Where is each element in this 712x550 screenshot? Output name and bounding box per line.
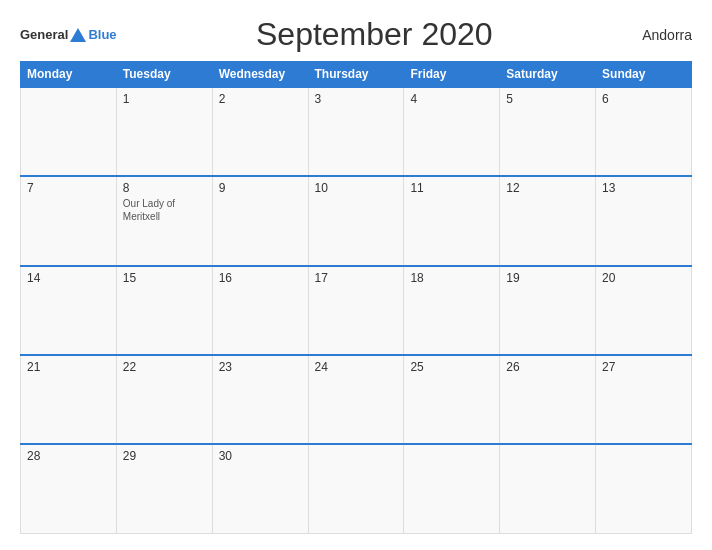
table-row: 20 — [596, 266, 692, 355]
day-number: 18 — [410, 271, 493, 285]
table-row: 13 — [596, 176, 692, 265]
day-number: 13 — [602, 181, 685, 195]
day-number: 16 — [219, 271, 302, 285]
table-row: 17 — [308, 266, 404, 355]
table-row: 26 — [500, 355, 596, 444]
table-row: 15 — [116, 266, 212, 355]
table-row: 16 — [212, 266, 308, 355]
day-number: 19 — [506, 271, 589, 285]
day-number: 10 — [315, 181, 398, 195]
calendar-title: September 2020 — [117, 16, 632, 53]
table-row: 27 — [596, 355, 692, 444]
col-monday: Monday — [21, 62, 117, 88]
day-number: 5 — [506, 92, 589, 106]
day-number: 9 — [219, 181, 302, 195]
table-row: 18 — [404, 266, 500, 355]
table-row: 10 — [308, 176, 404, 265]
table-row — [500, 444, 596, 533]
table-row: 2 — [212, 87, 308, 176]
table-row: 23 — [212, 355, 308, 444]
day-number: 7 — [27, 181, 110, 195]
col-saturday: Saturday — [500, 62, 596, 88]
table-row: 7 — [21, 176, 117, 265]
calendar-table: Monday Tuesday Wednesday Thursday Friday… — [20, 61, 692, 534]
table-row: 19 — [500, 266, 596, 355]
col-sunday: Sunday — [596, 62, 692, 88]
day-number: 22 — [123, 360, 206, 374]
day-event: Our Lady of Meritxell — [123, 197, 206, 223]
calendar-week-row: 14151617181920 — [21, 266, 692, 355]
table-row — [596, 444, 692, 533]
col-thursday: Thursday — [308, 62, 404, 88]
table-row: 29 — [116, 444, 212, 533]
day-number: 8 — [123, 181, 206, 195]
day-number: 11 — [410, 181, 493, 195]
logo: General Blue — [20, 27, 117, 42]
calendar-header-row: Monday Tuesday Wednesday Thursday Friday… — [21, 62, 692, 88]
table-row: 28 — [21, 444, 117, 533]
day-number: 29 — [123, 449, 206, 463]
day-number: 3 — [315, 92, 398, 106]
table-row: 30 — [212, 444, 308, 533]
table-row: 4 — [404, 87, 500, 176]
day-number: 27 — [602, 360, 685, 374]
table-row: 14 — [21, 266, 117, 355]
calendar-header: General Blue September 2020 Andorra — [20, 16, 692, 53]
day-number: 2 — [219, 92, 302, 106]
logo-triangle-icon — [70, 28, 86, 42]
table-row: 6 — [596, 87, 692, 176]
day-number: 12 — [506, 181, 589, 195]
table-row: 21 — [21, 355, 117, 444]
day-number: 24 — [315, 360, 398, 374]
day-number: 21 — [27, 360, 110, 374]
table-row: 5 — [500, 87, 596, 176]
logo-blue-text: Blue — [88, 27, 116, 42]
day-number: 6 — [602, 92, 685, 106]
day-number: 14 — [27, 271, 110, 285]
calendar-body: 12345678Our Lady of Meritxell91011121314… — [21, 87, 692, 534]
table-row: 11 — [404, 176, 500, 265]
table-row: 24 — [308, 355, 404, 444]
col-friday: Friday — [404, 62, 500, 88]
day-number: 1 — [123, 92, 206, 106]
table-row: 9 — [212, 176, 308, 265]
table-row: 1 — [116, 87, 212, 176]
day-number: 25 — [410, 360, 493, 374]
calendar-week-row: 123456 — [21, 87, 692, 176]
table-row — [308, 444, 404, 533]
col-tuesday: Tuesday — [116, 62, 212, 88]
day-number: 30 — [219, 449, 302, 463]
day-number: 23 — [219, 360, 302, 374]
table-row: 8Our Lady of Meritxell — [116, 176, 212, 265]
table-row: 22 — [116, 355, 212, 444]
day-number: 28 — [27, 449, 110, 463]
day-number: 4 — [410, 92, 493, 106]
logo-general-text: General — [20, 27, 68, 42]
table-row: 12 — [500, 176, 596, 265]
day-number: 26 — [506, 360, 589, 374]
country-label: Andorra — [632, 27, 692, 43]
day-number: 15 — [123, 271, 206, 285]
day-number: 20 — [602, 271, 685, 285]
calendar-week-row: 21222324252627 — [21, 355, 692, 444]
day-number: 17 — [315, 271, 398, 285]
table-row: 3 — [308, 87, 404, 176]
calendar-week-row: 282930 — [21, 444, 692, 533]
table-row — [404, 444, 500, 533]
table-row: 25 — [404, 355, 500, 444]
calendar-page: General Blue September 2020 Andorra Mond… — [0, 0, 712, 550]
table-row — [21, 87, 117, 176]
calendar-week-row: 78Our Lady of Meritxell910111213 — [21, 176, 692, 265]
col-wednesday: Wednesday — [212, 62, 308, 88]
